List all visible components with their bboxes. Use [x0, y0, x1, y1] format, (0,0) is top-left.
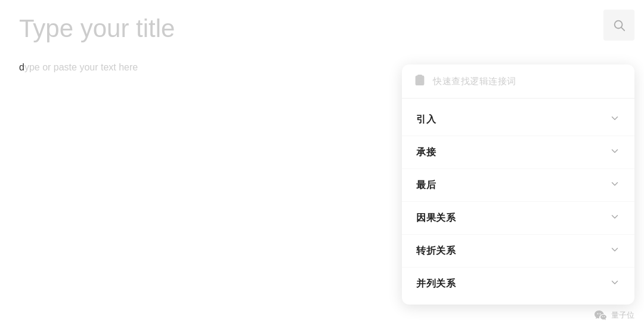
search-icon — [612, 19, 626, 32]
dropdown-item-finally[interactable]: 最后 — [402, 169, 634, 202]
dropdown-panel: 快速查找逻辑连接词 引入承接最后因果关系转折关系并列关系 — [402, 64, 634, 305]
dropdown-item-parallel[interactable]: 并列关系 — [402, 268, 634, 300]
chevron-down-icon-intro — [609, 113, 620, 126]
dropdown-item-label-parallel: 并列关系 — [416, 278, 456, 290]
dropdown-search-placeholder: 快速查找逻辑连接词 — [433, 76, 516, 87]
dropdown-item-label-contrast: 转折关系 — [416, 245, 456, 257]
chevron-down-icon-finally — [609, 179, 620, 192]
watermark-text: 量子位 — [611, 310, 634, 321]
main-area: dype or paste your text here 快速查找逻辑连接词 — [0, 0, 644, 332]
chevron-down-icon-parallel — [609, 277, 620, 290]
clipboard-icon — [414, 74, 426, 88]
dropdown-item-label-intro: 引入 — [416, 113, 436, 126]
wechat-watermark: 量子位 — [593, 308, 634, 322]
cursor-char: d — [19, 62, 24, 73]
dropdown-item-transition[interactable]: 承接 — [402, 136, 634, 169]
dropdown-item-causality[interactable]: 因果关系 — [402, 202, 634, 235]
chevron-down-icon-contrast — [609, 244, 620, 257]
dropdown-item-label-causality: 因果关系 — [416, 212, 456, 225]
wechat-icon — [593, 308, 608, 322]
dropdown-item-label-transition: 承接 — [416, 146, 436, 159]
body-placeholder: ype or paste your text here — [24, 62, 138, 72]
chevron-down-icon-causality — [609, 211, 620, 225]
dropdown-list: 引入承接最后因果关系转折关系并列关系 — [402, 99, 634, 305]
dropdown-item-intro[interactable]: 引入 — [402, 103, 634, 136]
dropdown-search-row[interactable]: 快速查找逻辑连接词 — [402, 64, 634, 99]
chevron-down-icon-transition — [609, 146, 620, 159]
dropdown-item-label-finally: 最后 — [416, 179, 436, 192]
search-button[interactable] — [603, 10, 634, 41]
title-input[interactable] — [19, 14, 377, 43]
dropdown-item-contrast[interactable]: 转折关系 — [402, 235, 634, 268]
svg-line-1 — [621, 27, 624, 30]
